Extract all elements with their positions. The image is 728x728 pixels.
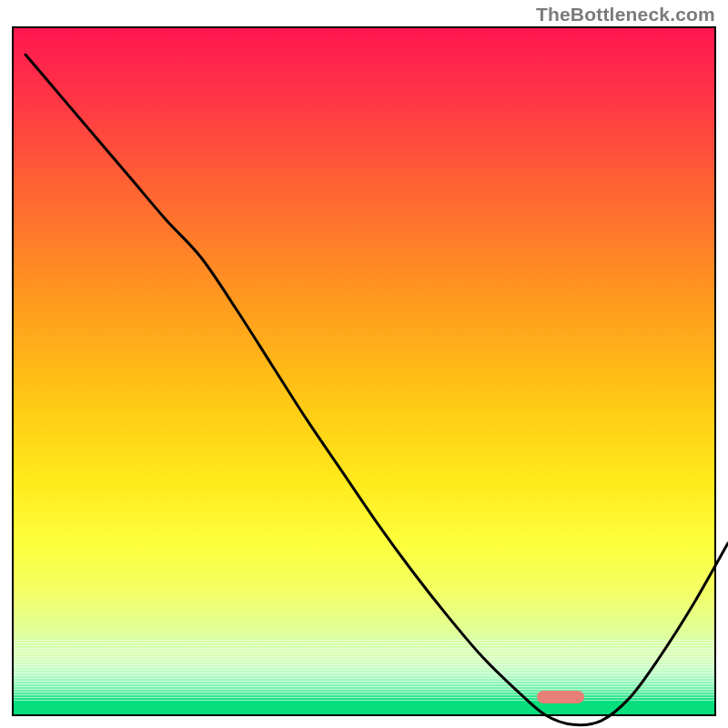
bottleneck-curve: [25, 55, 728, 728]
attribution-label: TheBottleneck.com: [536, 4, 715, 25]
curve-min-marker: [537, 691, 584, 703]
chart-frame: [13, 27, 715, 715]
curve-path: [25, 55, 728, 725]
